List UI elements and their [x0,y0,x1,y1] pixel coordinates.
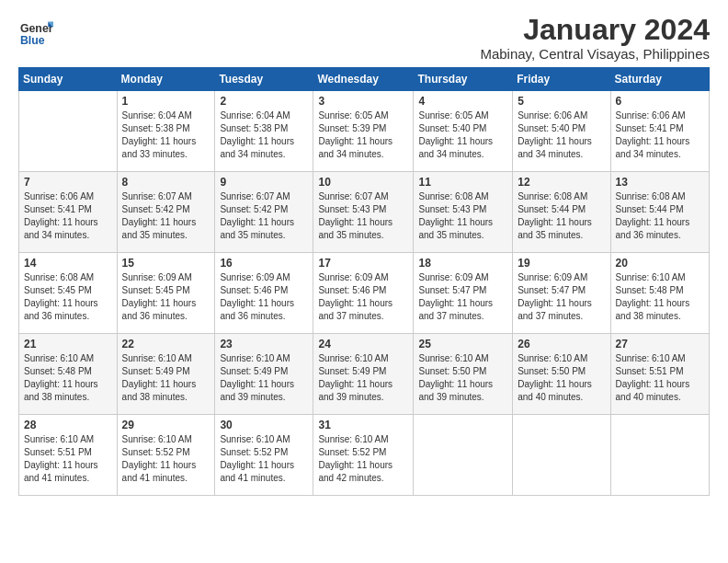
table-cell: 11 Sunrise: 6:08 AMSunset: 5:43 PMDaylig… [414,172,513,253]
header-thursday: Thursday [414,68,513,91]
week-row-4: 21 Sunrise: 6:10 AMSunset: 5:48 PMDaylig… [19,334,710,415]
day-number: 24 [318,338,408,350]
day-info: Sunrise: 6:05 AMSunset: 5:39 PMDaylight:… [318,110,392,159]
day-number: 20 [616,257,704,270]
day-number: 6 [616,95,704,108]
day-info: Sunrise: 6:06 AMSunset: 5:40 PMDaylight:… [518,110,592,159]
day-info: Sunrise: 6:05 AMSunset: 5:40 PMDaylight:… [418,110,493,159]
day-number: 3 [318,95,408,108]
day-number: 2 [220,95,308,108]
page: General Blue January 2024 Mabinay, Centr… [0,0,728,505]
day-info: Sunrise: 6:09 AMSunset: 5:46 PMDaylight:… [220,272,294,321]
table-cell: 17 Sunrise: 6:09 AMSunset: 5:46 PMDaylig… [313,253,414,334]
table-cell: 26 Sunrise: 6:10 AMSunset: 5:50 PMDaylig… [513,334,610,415]
table-cell: 10 Sunrise: 6:07 AMSunset: 5:43 PMDaylig… [313,172,414,253]
day-info: Sunrise: 6:06 AMSunset: 5:41 PMDaylight:… [616,110,690,159]
day-info: Sunrise: 6:09 AMSunset: 5:47 PMDaylight:… [518,272,592,321]
day-number: 25 [418,338,507,350]
day-info: Sunrise: 6:08 AMSunset: 5:44 PMDaylight:… [518,191,592,240]
day-number: 8 [122,176,210,189]
day-info: Sunrise: 6:10 AMSunset: 5:49 PMDaylight:… [220,353,294,402]
calendar-table: Sunday Monday Tuesday Wednesday Thursday… [18,67,710,496]
day-info: Sunrise: 6:04 AMSunset: 5:38 PMDaylight:… [220,110,294,159]
logo-icon: General Blue [18,15,53,50]
day-info: Sunrise: 6:10 AMSunset: 5:49 PMDaylight:… [318,353,392,402]
day-info: Sunrise: 6:10 AMSunset: 5:48 PMDaylight:… [616,272,690,321]
table-cell: 1 Sunrise: 6:04 AMSunset: 5:38 PMDayligh… [117,91,215,172]
table-cell [513,415,610,496]
logo-area: General Blue [18,15,53,50]
day-info: Sunrise: 6:08 AMSunset: 5:44 PMDaylight:… [616,191,690,240]
table-cell: 18 Sunrise: 6:09 AMSunset: 5:47 PMDaylig… [414,253,513,334]
table-cell: 31 Sunrise: 6:10 AMSunset: 5:52 PMDaylig… [313,415,414,496]
table-cell: 28 Sunrise: 6:10 AMSunset: 5:51 PMDaylig… [19,415,118,496]
table-cell: 30 Sunrise: 6:10 AMSunset: 5:52 PMDaylig… [215,415,313,496]
table-cell: 6 Sunrise: 6:06 AMSunset: 5:41 PMDayligh… [610,91,709,172]
table-cell: 2 Sunrise: 6:04 AMSunset: 5:38 PMDayligh… [215,91,313,172]
week-row-2: 7 Sunrise: 6:06 AMSunset: 5:41 PMDayligh… [19,172,710,253]
day-info: Sunrise: 6:10 AMSunset: 5:49 PMDaylight:… [122,353,197,402]
day-number: 21 [24,338,112,350]
header-wednesday: Wednesday [313,68,414,91]
header-monday: Monday [117,68,215,91]
table-cell: 8 Sunrise: 6:07 AMSunset: 5:42 PMDayligh… [117,172,215,253]
day-number: 26 [518,338,605,350]
day-number: 4 [418,95,507,108]
table-cell: 3 Sunrise: 6:05 AMSunset: 5:39 PMDayligh… [313,91,414,172]
table-cell: 21 Sunrise: 6:10 AMSunset: 5:48 PMDaylig… [19,334,118,415]
table-cell: 13 Sunrise: 6:08 AMSunset: 5:44 PMDaylig… [610,172,709,253]
day-number: 14 [24,257,112,270]
header: General Blue January 2024 Mabinay, Centr… [18,15,710,62]
day-info: Sunrise: 6:09 AMSunset: 5:45 PMDaylight:… [122,272,197,321]
day-info: Sunrise: 6:10 AMSunset: 5:50 PMDaylight:… [418,353,493,402]
day-number: 31 [318,419,408,431]
day-number: 9 [220,176,308,189]
table-cell [414,415,513,496]
header-friday: Friday [513,68,610,91]
header-saturday: Saturday [610,68,709,91]
day-number: 10 [318,176,408,189]
table-cell: 5 Sunrise: 6:06 AMSunset: 5:40 PMDayligh… [513,91,610,172]
day-info: Sunrise: 6:10 AMSunset: 5:52 PMDaylight:… [220,434,294,483]
header-tuesday: Tuesday [215,68,313,91]
day-number: 15 [122,257,210,270]
day-number: 7 [24,176,112,189]
day-number: 29 [122,419,210,431]
day-info: Sunrise: 6:10 AMSunset: 5:50 PMDaylight:… [518,353,592,402]
svg-text:Blue: Blue [20,34,45,47]
header-sunday: Sunday [19,68,118,91]
table-cell [19,91,118,172]
day-number: 17 [318,257,408,270]
table-cell: 14 Sunrise: 6:08 AMSunset: 5:45 PMDaylig… [19,253,118,334]
day-number: 23 [220,338,308,350]
day-number: 22 [122,338,210,350]
day-number: 27 [616,338,704,350]
day-info: Sunrise: 6:07 AMSunset: 5:42 PMDaylight:… [122,191,197,240]
day-info: Sunrise: 6:08 AMSunset: 5:43 PMDaylight:… [418,191,493,240]
day-info: Sunrise: 6:08 AMSunset: 5:45 PMDaylight:… [24,272,98,321]
table-cell [610,415,709,496]
table-cell: 4 Sunrise: 6:05 AMSunset: 5:40 PMDayligh… [414,91,513,172]
day-info: Sunrise: 6:09 AMSunset: 5:47 PMDaylight:… [418,272,493,321]
table-cell: 9 Sunrise: 6:07 AMSunset: 5:42 PMDayligh… [215,172,313,253]
day-number: 5 [518,95,605,108]
day-number: 16 [220,257,308,270]
table-cell: 29 Sunrise: 6:10 AMSunset: 5:52 PMDaylig… [117,415,215,496]
day-info: Sunrise: 6:10 AMSunset: 5:48 PMDaylight:… [24,353,98,402]
day-number: 11 [418,176,507,189]
day-number: 18 [418,257,507,270]
table-cell: 12 Sunrise: 6:08 AMSunset: 5:44 PMDaylig… [513,172,610,253]
table-cell: 23 Sunrise: 6:10 AMSunset: 5:49 PMDaylig… [215,334,313,415]
day-info: Sunrise: 6:07 AMSunset: 5:42 PMDaylight:… [220,191,294,240]
day-info: Sunrise: 6:06 AMSunset: 5:41 PMDaylight:… [24,191,98,240]
table-cell: 20 Sunrise: 6:10 AMSunset: 5:48 PMDaylig… [610,253,709,334]
table-cell: 22 Sunrise: 6:10 AMSunset: 5:49 PMDaylig… [117,334,215,415]
table-cell: 24 Sunrise: 6:10 AMSunset: 5:49 PMDaylig… [313,334,414,415]
table-cell: 19 Sunrise: 6:09 AMSunset: 5:47 PMDaylig… [513,253,610,334]
day-info: Sunrise: 6:09 AMSunset: 5:46 PMDaylight:… [318,272,392,321]
table-cell: 25 Sunrise: 6:10 AMSunset: 5:50 PMDaylig… [414,334,513,415]
day-number: 19 [518,257,605,270]
week-row-1: 1 Sunrise: 6:04 AMSunset: 5:38 PMDayligh… [19,91,710,172]
table-cell: 16 Sunrise: 6:09 AMSunset: 5:46 PMDaylig… [215,253,313,334]
week-row-5: 28 Sunrise: 6:10 AMSunset: 5:51 PMDaylig… [19,415,710,496]
